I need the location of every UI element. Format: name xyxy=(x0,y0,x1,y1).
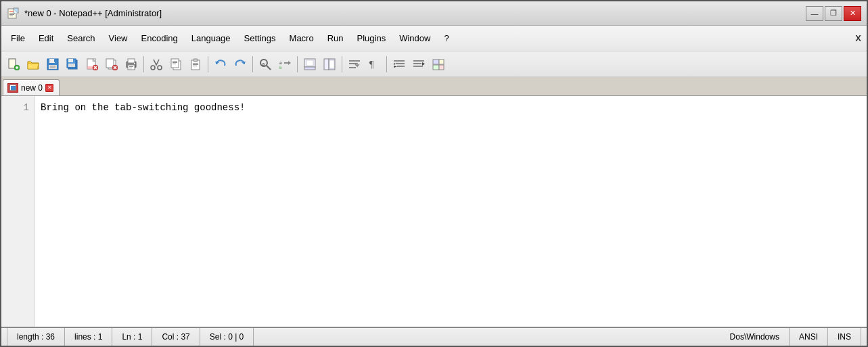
menu-macro[interactable]: Macro xyxy=(283,30,321,46)
close-button[interactable]: ✕ xyxy=(844,6,861,21)
tab-icon-disk xyxy=(11,86,16,90)
menu-plugins[interactable]: Plugins xyxy=(350,30,393,46)
svg-rect-15 xyxy=(68,59,73,62)
maximize-button[interactable]: ❐ xyxy=(825,6,842,21)
status-eol: Dos\Windows xyxy=(721,328,790,346)
svg-rect-61 xyxy=(413,66,423,67)
toolbar-indent[interactable] xyxy=(390,55,409,74)
svg-text:b: b xyxy=(279,65,282,70)
svg-rect-3 xyxy=(9,13,15,14)
svg-rect-48 xyxy=(306,60,313,66)
toolbar-new[interactable] xyxy=(4,55,23,74)
toolbar-open[interactable] xyxy=(24,55,43,74)
svg-rect-5 xyxy=(9,16,13,16)
svg-rect-63 xyxy=(439,60,444,64)
svg-rect-35 xyxy=(173,64,176,64)
toolbar-close[interactable] xyxy=(83,55,101,74)
svg-rect-58 xyxy=(397,66,405,67)
svg-rect-39 xyxy=(193,64,198,65)
toolbar-last[interactable] xyxy=(429,55,448,74)
tab-close-button[interactable]: ✕ xyxy=(45,84,53,92)
svg-rect-38 xyxy=(193,63,198,64)
svg-rect-4 xyxy=(9,14,14,15)
menu-bar-close[interactable]: X xyxy=(855,33,861,43)
svg-rect-32 xyxy=(171,59,179,68)
svg-rect-16 xyxy=(68,64,75,67)
svg-rect-54 xyxy=(349,67,356,68)
toolbar-find[interactable]: a xyxy=(256,55,275,74)
toolbar-show-all[interactable]: ¶ xyxy=(365,55,384,74)
editor-area: 1 Bring on the tab-switching goodness! xyxy=(1,96,867,327)
menu-search[interactable]: Search xyxy=(60,30,101,46)
tab-new0[interactable]: new 0 ✕ xyxy=(3,79,60,95)
toolbar-sep-6 xyxy=(386,56,387,72)
svg-rect-26 xyxy=(129,66,133,67)
line-number-1: 1 xyxy=(18,100,35,115)
toolbar: a a b xyxy=(1,51,867,77)
toolbar-zoom-in[interactable] xyxy=(300,55,319,74)
status-bar: length : 36 lines : 1 Ln : 1 Col : 37 Se… xyxy=(1,327,867,346)
svg-rect-51 xyxy=(329,60,334,68)
menu-window[interactable]: Window xyxy=(392,30,437,46)
tab-save-icon xyxy=(7,83,18,93)
svg-rect-34 xyxy=(173,62,177,63)
menu-run[interactable]: Run xyxy=(321,30,350,46)
menu-encoding[interactable]: Encoding xyxy=(135,30,185,46)
toolbar-macro-rec[interactable] xyxy=(409,55,428,74)
svg-rect-33 xyxy=(173,61,177,62)
svg-rect-52 xyxy=(349,60,360,62)
toolbar-sep-1 xyxy=(143,56,144,72)
menu-view[interactable]: View xyxy=(102,30,135,46)
toolbar-print[interactable] xyxy=(122,55,141,74)
svg-rect-65 xyxy=(439,65,444,70)
toolbar-word-wrap[interactable] xyxy=(345,55,364,74)
svg-rect-27 xyxy=(129,68,132,68)
menu-language[interactable]: Language xyxy=(185,30,237,46)
svg-line-42 xyxy=(267,66,271,70)
tab-bar: new 0 ✕ xyxy=(1,77,867,96)
toolbar-close-all[interactable] xyxy=(102,55,121,74)
toolbar-sep-4 xyxy=(297,56,298,72)
svg-rect-49 xyxy=(324,59,329,70)
toolbar-save-all[interactable] xyxy=(63,55,82,74)
toolbar-sep-2 xyxy=(208,56,208,72)
svg-rect-57 xyxy=(396,63,405,64)
svg-text:a: a xyxy=(262,62,265,67)
toolbar-undo[interactable] xyxy=(211,55,230,74)
svg-rect-24 xyxy=(128,59,135,63)
title-bar-buttons: — ❐ ✕ xyxy=(806,6,861,21)
svg-text:a: a xyxy=(279,60,282,65)
toolbar-zoom-out[interactable] xyxy=(320,55,339,74)
toolbar-copy[interactable] xyxy=(166,55,185,74)
svg-rect-53 xyxy=(349,63,357,64)
svg-rect-47 xyxy=(304,67,315,70)
menu-file[interactable]: File xyxy=(4,30,32,46)
tab-label: new 0 xyxy=(21,83,43,93)
main-window: *new 0 - Notepad++ [Administrator] — ❐ ✕… xyxy=(0,0,868,347)
svg-rect-10 xyxy=(54,59,55,62)
editor-content[interactable]: Bring on the tab-switching goodness! xyxy=(35,96,867,327)
toolbar-cut[interactable] xyxy=(147,55,166,74)
status-ln: Ln : 1 xyxy=(112,328,152,346)
title-bar: *new 0 - Notepad++ [Administrator] — ❐ ✕ xyxy=(1,1,867,26)
svg-text:¶: ¶ xyxy=(369,60,374,70)
toolbar-sep-5 xyxy=(342,56,342,72)
line-numbers: 1 xyxy=(1,96,35,327)
menu-settings[interactable]: Settings xyxy=(237,30,283,46)
svg-point-30 xyxy=(158,66,162,70)
window-title: *new 0 - Notepad++ [Administrator] xyxy=(24,8,162,18)
status-col: Col : 37 xyxy=(152,328,200,346)
menu-edit[interactable]: Edit xyxy=(32,30,60,46)
toolbar-paste[interactable] xyxy=(186,55,205,74)
toolbar-save[interactable] xyxy=(43,55,62,74)
minimize-button[interactable]: — xyxy=(806,6,823,21)
menu-help[interactable]: ? xyxy=(437,30,455,46)
tab-icon-inner xyxy=(9,85,16,91)
svg-rect-28 xyxy=(134,63,135,64)
title-bar-left: *new 0 - Notepad++ [Administrator] xyxy=(7,7,162,20)
svg-rect-9 xyxy=(49,59,55,63)
toolbar-find-replace[interactable]: a b xyxy=(275,55,294,74)
status-length: length : 36 xyxy=(7,328,65,346)
toolbar-redo[interactable] xyxy=(231,55,250,74)
svg-rect-37 xyxy=(193,59,198,62)
